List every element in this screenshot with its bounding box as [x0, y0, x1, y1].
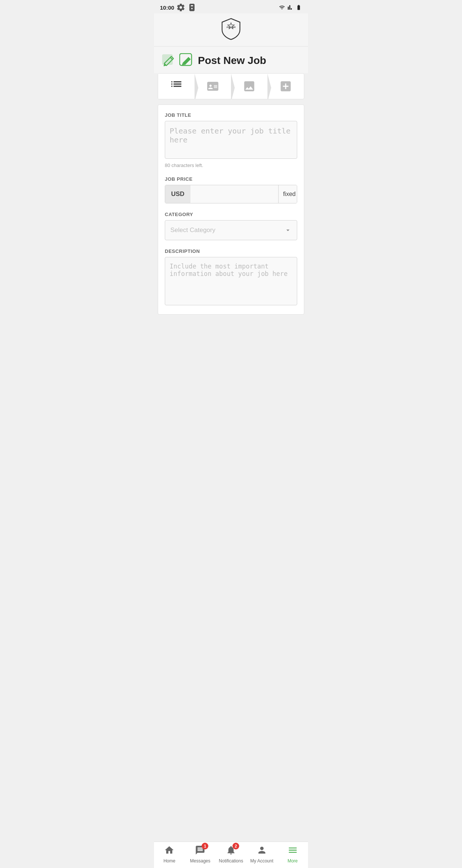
nav-label-notifications: Notifications — [219, 858, 243, 864]
form-section: JOB TITLE 80 characters left. JOB PRICE … — [158, 105, 304, 315]
nav-item-messages[interactable]: 1 Messages — [185, 845, 216, 864]
messages-icon-container: 1 — [195, 845, 205, 857]
person-icon — [257, 845, 267, 855]
price-row: USD fixed — [165, 185, 297, 203]
image-icon — [243, 80, 256, 93]
category-field: CATEGORY Select Category — [165, 212, 297, 240]
profile-card-icon — [206, 80, 219, 93]
nav-label-messages: Messages — [190, 858, 211, 864]
job-title-label: JOB TITLE — [165, 112, 297, 118]
svg-rect-2 — [162, 54, 173, 65]
battery-icon — [295, 4, 302, 10]
signal-icon — [287, 4, 294, 10]
nav-label-more: More — [288, 858, 298, 864]
step-tab-profile[interactable] — [195, 74, 231, 99]
notifications-badge: 2 — [232, 843, 239, 849]
currency-badge: USD — [165, 185, 190, 203]
nav-item-home[interactable]: Home — [154, 845, 185, 864]
job-title-input[interactable] — [165, 121, 297, 159]
status-bar: 10:00 — [154, 0, 308, 13]
gear-icon — [176, 3, 185, 12]
step-tabs — [158, 73, 304, 99]
category-select[interactable]: Select Category — [165, 220, 297, 240]
nav-item-account[interactable]: My Account — [246, 845, 277, 864]
nav-label-home: Home — [163, 858, 175, 864]
nav-label-account: My Account — [250, 858, 273, 864]
description-input[interactable] — [165, 257, 297, 305]
svg-text:JOBSTER: JOBSTER — [227, 26, 236, 28]
bottom-nav: Home 1 Messages 2 Notifications My Accou… — [154, 842, 308, 868]
edit-icon — [161, 54, 176, 68]
account-icon-container — [257, 845, 267, 857]
logo-container: JOBSTER — [220, 17, 242, 41]
home-icon — [164, 845, 174, 855]
step-tab-extras[interactable] — [267, 74, 304, 99]
page-title-section: Post New Job — [154, 46, 308, 73]
job-price-field: JOB PRICE USD fixed — [165, 176, 297, 203]
char-count: 80 characters left. — [165, 163, 297, 168]
edit-pencil-icon — [179, 53, 194, 68]
nav-item-more[interactable]: More — [277, 845, 308, 864]
wifi-icon — [278, 4, 286, 10]
menu-icon — [288, 845, 298, 855]
app-header: JOBSTER — [154, 13, 308, 46]
status-icons — [278, 4, 302, 10]
price-type-label: fixed — [283, 191, 296, 197]
price-input[interactable] — [190, 185, 278, 203]
more-icon-container — [288, 845, 298, 857]
status-time: 10:00 — [160, 4, 174, 11]
list-icon — [170, 80, 183, 93]
page-title: Post New Job — [198, 55, 266, 67]
description-label: DESCRIPTION — [165, 248, 297, 254]
job-title-field: JOB TITLE 80 characters left. — [165, 112, 297, 168]
nav-item-notifications[interactable]: 2 Notifications — [216, 845, 247, 864]
sim-icon — [187, 3, 196, 12]
job-price-label: JOB PRICE — [165, 176, 297, 182]
description-field: DESCRIPTION — [165, 248, 297, 307]
step-tab-media[interactable] — [231, 74, 267, 99]
notifications-icon-container: 2 — [226, 845, 236, 857]
price-type-selector[interactable]: fixed — [278, 185, 297, 203]
dropdown-arrow-icon — [284, 226, 292, 234]
category-label: CATEGORY — [165, 212, 297, 217]
plus-box-icon — [279, 80, 292, 93]
jobster-logo: JOBSTER — [220, 17, 242, 41]
step-tab-details[interactable] — [158, 74, 195, 99]
messages-badge: 1 — [202, 843, 208, 849]
category-placeholder: Select Category — [170, 226, 215, 234]
home-icon-container — [164, 845, 174, 857]
